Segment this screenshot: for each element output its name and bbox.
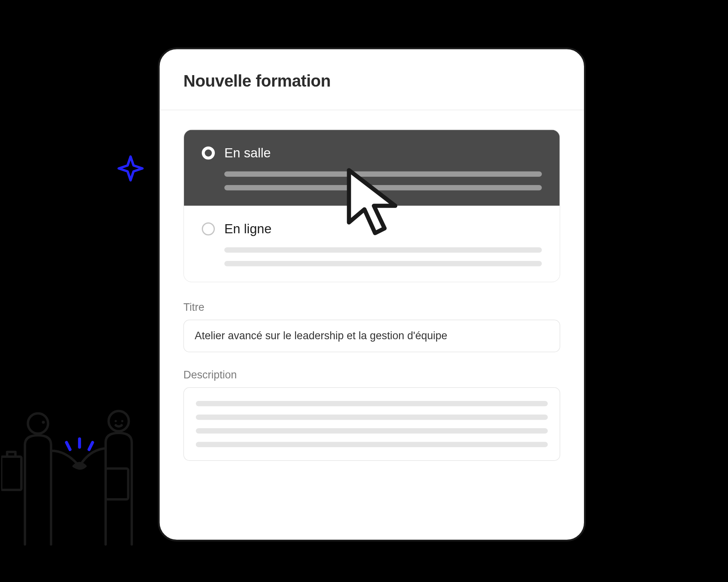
svg-line-9 [89, 442, 93, 450]
svg-point-1 [42, 421, 45, 424]
card-header: Nouvelle formation [160, 49, 584, 111]
sparkle-icon [118, 155, 144, 181]
training-type-radio-group: En salle En ligne [184, 129, 561, 282]
svg-point-4 [115, 420, 117, 422]
title-field-label: Titre [184, 301, 561, 314]
svg-point-3 [109, 411, 129, 431]
radio-option-online[interactable]: En ligne [184, 206, 560, 282]
radio-label: En salle [224, 146, 271, 161]
radio-icon [202, 223, 215, 236]
description-textarea[interactable] [184, 387, 561, 461]
card-body: En salle En ligne [160, 110, 584, 461]
handshake-illustration [1, 409, 146, 546]
title-input[interactable] [184, 320, 561, 353]
svg-line-7 [66, 442, 70, 450]
option-description-placeholder [202, 248, 542, 266]
svg-rect-6 [106, 469, 128, 499]
radio-option-in-person[interactable]: En salle [184, 130, 560, 206]
option-description-placeholder [202, 172, 542, 191]
card-title: Nouvelle formation [184, 72, 561, 91]
radio-icon [202, 147, 215, 160]
description-field-label: Description [184, 369, 561, 382]
new-training-form-card: Nouvelle formation En salle [158, 47, 586, 542]
svg-rect-2 [1, 457, 21, 490]
svg-point-0 [28, 414, 48, 434]
radio-label: En ligne [224, 221, 271, 237]
svg-point-5 [121, 420, 123, 422]
